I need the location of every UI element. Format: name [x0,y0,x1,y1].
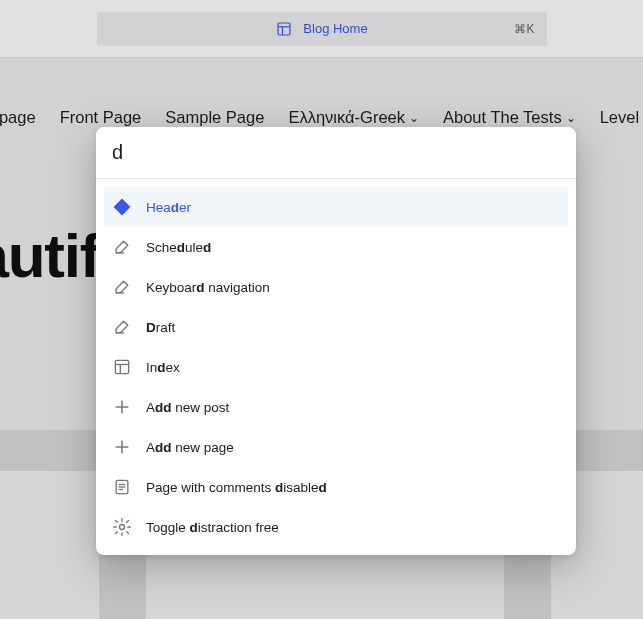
palette-item[interactable]: Header [104,187,568,227]
palette-search-wrap [96,127,576,179]
palette-item-label: Toggle distraction free [146,520,279,535]
palette-item-label: Draft [146,320,175,335]
gear-icon [112,517,132,537]
palette-item[interactable]: Toggle distraction free [104,507,568,547]
command-palette: HeaderScheduledKeyboard navigationDraftI… [96,127,576,555]
palette-item[interactable]: Keyboard navigation [104,267,568,307]
layout-icon [112,357,132,377]
palette-item[interactable]: Draft [104,307,568,347]
palette-item-label: Page with comments disabled [146,480,327,495]
palette-item[interactable]: Scheduled [104,227,568,267]
palette-item-label: Scheduled [146,240,211,255]
palette-item-label: Keyboard navigation [146,280,270,295]
compose-icon [112,277,132,297]
compose-icon [112,237,132,257]
palette-item[interactable]: Index [104,347,568,387]
palette-item-label: Add new post [146,400,229,415]
palette-search-input[interactable] [112,141,560,164]
page-icon [112,477,132,497]
palette-item-label: Add new page [146,440,234,455]
palette-results: HeaderScheduledKeyboard navigationDraftI… [96,179,576,555]
diamond-icon [112,197,132,217]
plus-icon [112,397,132,417]
palette-item-label: Index [146,360,180,375]
palette-item[interactable]: Add new page [104,427,568,467]
palette-item[interactable]: Page with comments disabled [104,467,568,507]
palette-item-label: Header [146,200,191,215]
palette-item[interactable]: Add new post [104,387,568,427]
compose-icon [112,317,132,337]
plus-icon [112,437,132,457]
